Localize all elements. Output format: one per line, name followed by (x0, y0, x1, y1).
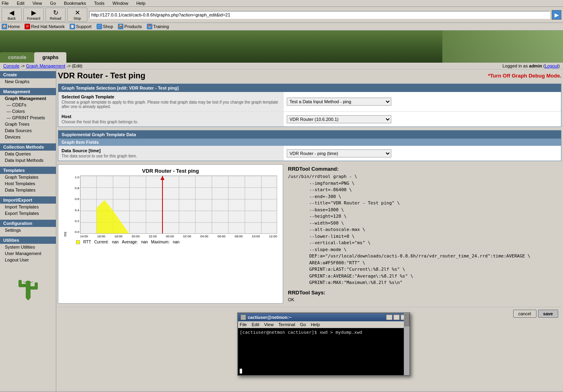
terminal-titlebar: cactiuser@netmon:~ _ □ ✕ (238, 313, 409, 321)
sidebar-item-logout-user[interactable]: Logout User (0, 257, 56, 263)
training-icon: 📚 (147, 24, 152, 29)
menu-bookmarks[interactable]: Bookmarks (64, 1, 86, 6)
home-icon: 🏠 (2, 24, 7, 29)
stop-icon: ✕ (75, 9, 80, 16)
browser-menu: File Edit View Go Bookmarks Tools Window… (0, 0, 563, 7)
reload-button[interactable]: ↻ Reload (45, 8, 66, 22)
graph-column: 1.0 0.8 0.6 0.4 0.2 0.0 (69, 176, 277, 238)
menu-tools[interactable]: Tools (94, 1, 105, 6)
menu-go[interactable]: Go (50, 1, 56, 6)
sidebar-utilities-header: Utilities (0, 237, 56, 244)
page-title-row: VDR Router - Test ping *Turn Off Graph D… (58, 71, 561, 80)
menu-view[interactable]: View (33, 1, 42, 6)
forward-icon: ▶ (31, 9, 36, 16)
data-source-row: Data Source [time] The data source to us… (58, 146, 561, 161)
bookmark-home[interactable]: 🏠 Home (2, 24, 20, 29)
graph-title: VDR Router - Test ping (62, 168, 279, 174)
logged-in-info: Logged in as admin (Logout) (502, 63, 560, 68)
terminal-icon (240, 314, 246, 320)
sidebar-item-settings[interactable]: Settings (0, 227, 56, 233)
url-input[interactable] (91, 12, 548, 17)
menu-window[interactable]: Window (113, 1, 128, 6)
terminal-minimize-button[interactable]: _ (386, 314, 392, 320)
sidebar-item-data-sources[interactable]: Data Sources (0, 127, 56, 134)
rrd-command-title: RRDTool Command: (288, 166, 560, 172)
address-bar[interactable] (89, 11, 550, 19)
selected-graph-template-desc: Choose a graph template to apply to this… (62, 100, 280, 109)
forward-button[interactable]: ▶ Forward (23, 8, 44, 22)
shop-icon: 🛒 (97, 24, 102, 29)
host-desc: Choose the host that this graph belongs … (62, 120, 280, 124)
sidebar-item-gprint[interactable]: --- GPRINT Presets (0, 114, 56, 121)
rrd-command-text: /usr/bin/rrdtool graph - \ --imgformat=P… (288, 174, 560, 286)
tab-graphs[interactable]: graphs (34, 52, 66, 63)
sidebar: Create New Graphs Management Graph Manag… (0, 69, 56, 391)
sidebar-item-user-management[interactable]: User Management (0, 250, 56, 257)
y-axis-values: 1.0 0.8 0.6 0.4 0.2 0.0 (69, 176, 80, 234)
sidebar-item-devices[interactable]: Devices (0, 134, 56, 140)
save-button[interactable]: save (538, 310, 558, 318)
bookmarks-bar: 🏠 Home R Red Hat Network 📋 Support 🛒 Sho… (0, 23, 563, 31)
terminal-menu-help[interactable]: Help (311, 322, 320, 327)
bookmark-redhat[interactable]: R Red Hat Network (25, 24, 65, 29)
svg-rect-5 (35, 282, 38, 290)
terminal-menubar: File Edit View Terminal Go Help (238, 321, 409, 328)
sidebar-item-import-templates[interactable]: Import Templates (0, 204, 56, 210)
terminal-body: [cactiuser@netmon cactiuser]$ xwd > mydu… (238, 328, 409, 375)
sidebar-item-graph-trees[interactable]: Graph Trees (0, 121, 56, 127)
sidebar-import-export-section: Import/Export Import Templates Export Te… (0, 195, 56, 218)
sidebar-item-data-templates[interactable]: Data Templates (0, 187, 56, 193)
selected-graph-template-select[interactable]: Test a Data Input Method - ping (287, 98, 391, 106)
terminal-menu-edit[interactable]: Edit (252, 322, 259, 327)
terminal-scrollbar[interactable] (404, 313, 409, 375)
sidebar-item-data-input-methods[interactable]: Data Input Methods (0, 157, 56, 163)
breadcrumb-console[interactable]: Console (3, 63, 19, 68)
bookmark-training[interactable]: 📚 Training (147, 24, 169, 29)
sidebar-item-new-graphs[interactable]: New Graphs (0, 78, 56, 85)
browser-go-icon[interactable]: ▶ (552, 10, 561, 20)
terminal-menu-go[interactable]: Go (300, 322, 306, 327)
sidebar-item-colors[interactable]: --- Colors (0, 108, 56, 114)
cancel-button[interactable]: cancel (513, 310, 536, 318)
bookmark-support[interactable]: 📋 Support (70, 24, 92, 29)
sidebar-item-graph-templates[interactable]: Graph Templates (0, 174, 56, 180)
logout-link[interactable]: Logout (545, 63, 559, 68)
terminal-cursor (240, 369, 242, 374)
legend-rtt: RTT (83, 240, 91, 244)
bookmark-shop[interactable]: 🛒 Shop (97, 24, 113, 29)
back-button[interactable]: ◀ Back (2, 8, 22, 22)
data-source-label-cell: Data Source [time] The data source to us… (58, 146, 284, 161)
sidebar-item-cdefs[interactable]: --- CDEFs (0, 102, 56, 108)
section2-title: Supplemental Graph Template Data (58, 131, 561, 139)
tab-console[interactable]: console (0, 52, 34, 63)
host-control: VDR Router (10.6.200.1) (284, 112, 561, 127)
sidebar-collection-section: Collection Methods Data Queries Data Inp… (0, 142, 56, 165)
svg-line-6 (23, 282, 26, 283)
menu-file[interactable]: File (2, 1, 9, 6)
breadcrumb-graph-management[interactable]: Graph Management (26, 63, 66, 68)
data-source-select[interactable]: VDR Router - ping (time) (287, 149, 391, 157)
terminal-menu-file[interactable]: File (240, 322, 247, 327)
sidebar-item-export-templates[interactable]: Export Templates (0, 210, 56, 216)
terminal-menu-view[interactable]: View (264, 322, 274, 327)
terminal-menu-terminal[interactable]: Terminal (278, 322, 295, 327)
menu-edit[interactable]: Edit (17, 1, 25, 6)
sidebar-item-data-queries[interactable]: Data Queries (0, 151, 56, 157)
graph-template-selection-box: Graph Template Selection [edit: VDR Rout… (58, 84, 561, 127)
sidebar-item-host-templates[interactable]: Host Templates (0, 180, 56, 187)
rrd-says-value: OK (288, 297, 560, 302)
terminal-maximize-button[interactable]: □ (393, 314, 400, 320)
terminal-input[interactable] (238, 368, 409, 375)
breadcrumb-sep2: -> (66, 63, 72, 68)
host-select[interactable]: VDR Router (10.6.200.1) (287, 115, 391, 123)
menu-help[interactable]: Help (136, 1, 146, 6)
debug-link[interactable]: *Turn Off Graph Debug Mode. (488, 73, 561, 79)
page-title: VDR Router - Test ping (58, 71, 145, 80)
svg-rect-3 (18, 280, 22, 287)
terminal-scroll-thumb[interactable] (405, 314, 409, 326)
sidebar-management-section: Management Graph Management --- CDEFs --… (0, 86, 56, 142)
stop-button[interactable]: ✕ Stop (67, 8, 87, 22)
bookmark-products[interactable]: 📦 Products (118, 24, 142, 29)
sidebar-item-system-utilities[interactable]: System Utilities (0, 244, 56, 250)
sidebar-item-graph-management[interactable]: Graph Management (0, 95, 56, 102)
